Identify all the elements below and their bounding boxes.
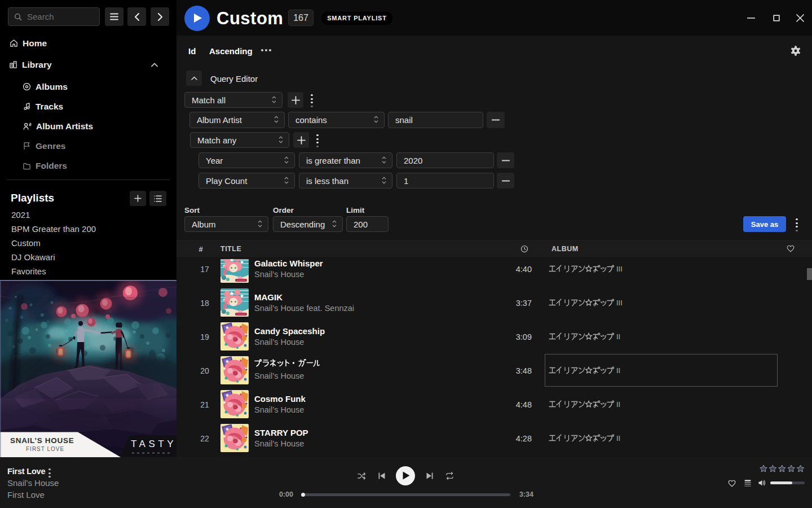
svg-text:FIRST LOVE: FIRST LOVE [26,446,64,452]
svg-text:TASTY: TASTY [131,439,176,449]
svg-text:SNAIL’S HOUSE: SNAIL’S HOUSE [10,436,74,445]
